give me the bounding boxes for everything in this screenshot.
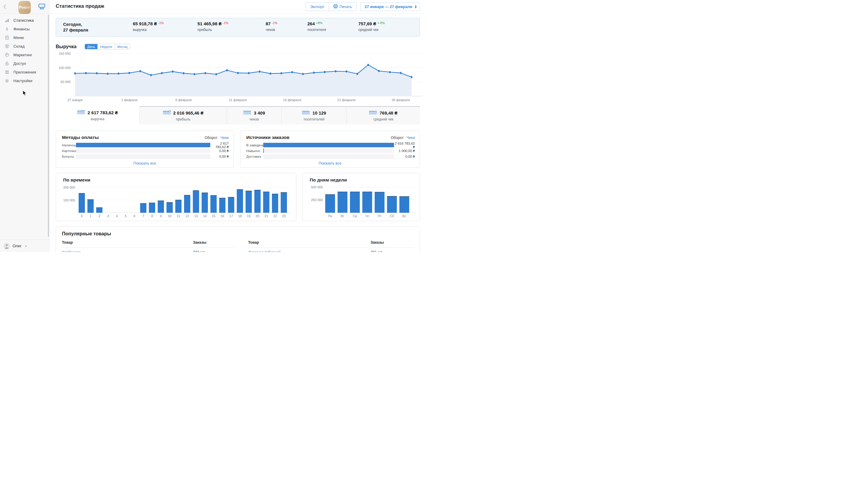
toggle-turnover[interactable]: Оборот [205,136,218,140]
today-stat-visitors: 264+8% посетителя [307,21,326,32]
popular-table-right: Товар Заказы Лимонад Імбирний 291 шт. [248,240,414,252]
show-all-link[interactable]: Показать все [56,159,233,167]
payment-methods-title: Методы оплаты [62,135,99,140]
by-time-chart-svg[interactable]: 100 000200 00001234567891011121314151617… [59,185,295,220]
svg-text:10: 10 [168,214,171,218]
svg-text:Чт: Чт [365,214,369,218]
svg-text:$: $ [6,27,8,31]
svg-text:100 000: 100 000 [59,66,71,70]
svg-text:9: 9 [160,214,162,218]
svg-text:27 января: 27 января [67,98,83,102]
date-range-select[interactable]: 27 января — 27 февраля [360,2,420,11]
toggle-receipts[interactable]: Чеки [220,136,229,140]
sidebar-item-marketing[interactable]: Маркетинг [0,51,49,59]
topbar: Статистика продаж Экспорт Печать 27 янва… [49,0,425,14]
app-window: Poster Статистика $ Финансы [0,0,425,252]
popular-table-left: Товар Заказы Карбонара 302 шт. [62,240,236,252]
tab-day[interactable]: День [85,44,98,49]
sidebar-item-menu[interactable]: Меню [0,33,49,42]
sidebar-item-label: Склад [13,44,25,49]
sidebar-item-settings[interactable]: Настройки [0,76,49,85]
today-summary-bar: Сегодня, 27 февраля 65 918,78 ₴-1% выруч… [56,18,420,37]
table-header: Товар Заказы [62,240,236,248]
svg-text:150 000: 150 000 [59,52,71,55]
order-sources-title: Источники заказов [246,135,290,140]
tab-month[interactable]: Месяц [115,44,130,49]
poster-logo[interactable]: Poster [18,1,31,14]
grid-icon [4,70,10,75]
source-row-takeaway: Навынос 1 000,00 ₴ [246,148,415,154]
svg-text:8: 8 [151,214,153,218]
tile-revenue[interactable]: 2 617 783,62 ₴ выручка [56,106,139,124]
svg-text:Вт: Вт [341,214,344,218]
svg-text:17: 17 [229,214,233,218]
svg-text:15: 15 [212,214,215,218]
popular-products-card: Популярные товары Товар Заказы Карбонара… [56,227,420,252]
tile-profit[interactable]: 2 016 965,46 ₴ прибыль [139,106,227,124]
payment-toggle: Оборот Чеки [205,136,229,140]
tab-week[interactable]: Неделя [98,44,115,49]
page-title: Статистика продаж [56,3,104,9]
source-row-inhouse: В заведении 2 616 783,62 ₴ [246,142,415,148]
show-all-link[interactable]: Показать все [240,159,420,167]
product-link[interactable]: Карбонара [62,250,193,252]
period-segmented-control: День Неделя Месяц [85,44,130,49]
bar-track [76,154,210,159]
by-time-title: По времени [63,177,90,183]
sidebar-item-apps[interactable]: Приложения [0,68,49,76]
revenue-section-header: Выручка День Неделя Месяц [56,44,425,49]
export-print-group: Экспорт Печать [306,2,357,11]
svg-text:18: 18 [238,214,242,218]
sidebar-scrollbar[interactable] [48,15,49,237]
svg-text:11 февраля: 11 февраля [229,98,247,102]
today-stat-profit: 51 465,98 ₴-1% прибыль [197,21,228,32]
svg-text:16 февраля: 16 февраля [283,98,301,102]
svg-text:21 февраля: 21 февраля [337,98,355,102]
mini-sparkline-icon [243,110,251,116]
sidebar-item-inventory[interactable]: Склад [0,42,49,51]
tile-visitors[interactable]: 10 129 посетителей [281,106,346,124]
pie-icon [4,52,10,57]
svg-text:4: 4 [116,214,118,218]
svg-text:Пн: Пн [328,214,332,218]
chevron-down-icon [25,246,27,247]
tile-receipts[interactable]: 3 409 чеков [227,106,281,124]
bar-chart-cards: По времени 100 000200 000012345678910111… [56,173,420,221]
sidebar-item-access[interactable]: Доступ [0,59,49,68]
svg-text:100 000: 100 000 [63,198,75,202]
dollar-icon: $ [4,26,10,32]
bar-track [76,148,210,153]
pos-terminal-icon[interactable] [38,4,45,11]
lock-open-icon [4,61,10,66]
product-link[interactable]: Лимонад Імбирний [248,250,370,252]
sidebar-item-statistics[interactable]: Статистика [0,16,49,25]
toggle-turnover[interactable]: Оборот [391,136,403,140]
print-button[interactable]: Печать [329,3,357,11]
sidebar-item-finances[interactable]: $ Финансы [0,25,49,33]
toggle-receipts[interactable]: Чеки [406,136,415,140]
sidebar-item-label: Доступ [13,61,26,66]
svg-text:7: 7 [142,214,144,218]
topbar-actions: Экспорт Печать 27 января — 27 февраля [306,2,420,11]
svg-text:Вс: Вс [402,214,406,218]
today-date-label: Сегодня, 27 февраля [63,22,88,33]
revenue-title: Выручка [56,44,76,49]
collapse-sidebar-icon[interactable] [3,4,6,10]
revenue-line-chart[interactable]: 50 000100 000150 00027 января1 февраля6 … [56,51,422,103]
svg-text:Сб: Сб [390,214,394,218]
sources-toggle: Оборот Чеки [391,136,415,140]
svg-text:250 000: 250 000 [311,198,323,202]
sidebar-item-label: Финансы [13,27,30,31]
tile-avg-check[interactable]: 769,48 ₴ средний чек [346,106,420,124]
mini-sparkline-icon [77,109,85,115]
sidebar-header: Poster [0,0,49,14]
svg-text:20: 20 [256,214,259,218]
export-button[interactable]: Экспорт [306,3,329,11]
mini-sparkline-icon [369,110,377,116]
by-weekday-card: По дням недели 250 000500 000ПнВтСрЧтПтС… [302,173,420,221]
by-weekday-chart-svg[interactable]: 250 000500 000ПнВтСрЧтПтСбВс [306,185,419,220]
bar-track [263,148,394,153]
svg-text:1 февраля: 1 февраля [121,98,138,102]
user-menu[interactable]: Олег [0,239,49,252]
svg-text:16: 16 [220,214,224,218]
